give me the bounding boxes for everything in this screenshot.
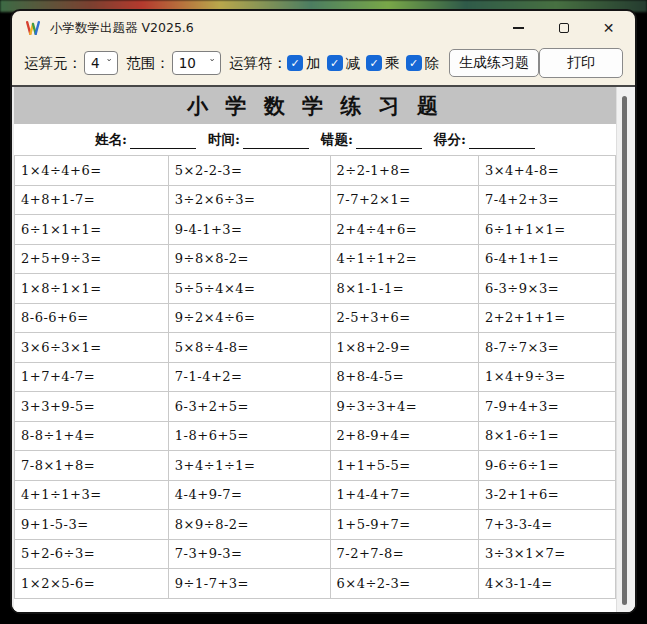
problem-cell: 4÷1÷1+2= (330, 244, 478, 274)
problem-cell: 1×2×5-6= (15, 569, 169, 599)
problem-cell: 2-5+3+6= (330, 303, 478, 333)
window-title: 小学数学出题器 V2025.6 (50, 20, 194, 37)
problem-cell: 4+8+1-7= (15, 185, 169, 215)
problem-cell: 1+1+5-5= (330, 451, 478, 481)
operators-label: 运算符： (229, 54, 287, 73)
scrollbar-thumb[interactable] (622, 96, 627, 605)
problem-cell: 8×9÷8-2= (168, 510, 330, 540)
titlebar: 小学数学出题器 V2025.6 ✕ (12, 11, 635, 45)
problem-cell: 1×4÷4+6= (15, 156, 169, 186)
problem-cell: 1×8+2-9= (330, 333, 478, 363)
problem-cell: 2+5+9÷3= (15, 244, 169, 274)
problem-cell: 3×6÷3×1= (15, 333, 169, 363)
problem-cell: 1×8÷1×1= (15, 274, 169, 304)
problem-cell: 7-7+2×1= (330, 185, 478, 215)
print-button[interactable]: 打印 (539, 48, 623, 78)
problem-cell: 1+5-9+7= (330, 510, 478, 540)
problem-cell: 9÷8×8-2= (168, 244, 330, 274)
problem-cell: 9÷1-7+3= (168, 569, 330, 599)
problem-cell: 8×1-6÷1= (478, 421, 615, 451)
maximize-icon (559, 23, 569, 33)
generate-button[interactable]: 生成练习题 (449, 49, 539, 77)
blank-line (130, 135, 196, 149)
problem-cell: 4×3-1-4= (478, 569, 615, 599)
minimize-icon (513, 27, 524, 29)
problem-cell: 9+1-5-3= (15, 510, 169, 540)
window-controls: ✕ (496, 13, 631, 43)
problem-cell: 3+3+9-5= (15, 392, 169, 422)
problem-row: 2+5+9÷3=9÷8×8-2=4÷1÷1+2=6-4+1+1= (15, 244, 616, 274)
worksheet-panel: 小 学 数 学 练 习 题 姓名: 时间: 错题: 得分: 1×4÷4+6=5×… (12, 85, 635, 612)
problem-cell: 9÷3÷3+4= (330, 392, 478, 422)
problem-cell: 3-2+1+6= (478, 480, 615, 510)
problem-cell: 7-3+9-3= (168, 539, 330, 569)
problem-cell: 9-4-1+3= (168, 215, 330, 245)
operator-checkbox-multiply[interactable]: ✓ 乘 (366, 54, 400, 73)
problem-cell: 7-2+7-8= (330, 539, 478, 569)
operand-label: 运算元： (24, 54, 82, 73)
close-button[interactable]: ✕ (586, 13, 631, 43)
maximize-button[interactable] (541, 13, 586, 43)
problem-row: 3×6÷3×1=5×8÷4-8=1×8+2-9=8-7÷7×3= (15, 333, 616, 363)
minimize-button[interactable] (496, 13, 541, 43)
range-label: 范围： (126, 54, 170, 73)
problem-cell: 1+4-4+7= (330, 480, 478, 510)
problem-row: 1×8÷1×1=5÷5÷4×4=8×1-1-1=6-3÷9×3= (15, 274, 616, 304)
operator-checkbox-divide[interactable]: ✓ 除 (406, 54, 440, 73)
range-select[interactable]: 10 ˅ (172, 51, 221, 75)
problem-row: 3+3+9-5=6-3+2+5=9÷3÷3+4=7-9+4+3= (15, 392, 616, 422)
problem-row: 8-6-6+6=9÷2×4÷6=2-5+3+6=2+2+1+1= (15, 303, 616, 333)
worksheet-title: 小 学 数 学 练 习 题 (14, 87, 616, 124)
operand-select[interactable]: 4 ˅ (84, 51, 118, 75)
problem-cell: 5×8÷4-8= (168, 333, 330, 363)
problem-row: 5+2-6÷3=7-3+9-3=7-2+7-8=3÷3×1×7= (15, 539, 616, 569)
problem-cell: 1+7+4-7= (15, 362, 169, 392)
problem-cell: 2+4÷4+6= (330, 215, 478, 245)
problem-cell: 5+2-6÷3= (15, 539, 169, 569)
range-value: 10 (179, 55, 196, 71)
operator-subtract-label: 减 (346, 54, 361, 73)
checkbox-checked-icon: ✓ (287, 55, 303, 71)
problem-row: 4+8+1-7=3÷2×6÷3=7-7+2×1=7-4+2+3= (15, 185, 616, 215)
problem-cell: 7-1-4+2= (168, 362, 330, 392)
problem-cell: 8-6-6+6= (15, 303, 169, 333)
time-field: 时间: (208, 131, 309, 149)
problem-cell: 6÷1×1+1= (15, 215, 169, 245)
operator-checkbox-subtract[interactable]: ✓ 减 (327, 54, 361, 73)
problem-row: 7-8×1+8=3+4÷1÷1=1+1+5-5=9-6÷6÷1= (15, 451, 616, 481)
problem-cell: 8-8÷1+4= (15, 421, 169, 451)
problem-row: 1×4÷4+6=5×2-2-3=2÷2-1+8=3×4+4-8= (15, 156, 616, 186)
chevron-down-icon: ˅ (209, 58, 215, 68)
operand-value: 4 (91, 55, 100, 71)
worksheet-header-fields: 姓名: 时间: 错题: 得分: (14, 124, 616, 155)
problem-cell: 6×4÷2-3= (330, 569, 478, 599)
problem-cell: 6-3+2+5= (168, 392, 330, 422)
problem-cell: 3÷3×1×7= (478, 539, 615, 569)
problem-cell: 7+3-3-4= (478, 510, 615, 540)
operator-checkbox-add[interactable]: ✓ 加 (287, 54, 321, 73)
problems-table-body: 1×4÷4+6=5×2-2-3=2÷2-1+8=3×4+4-8=4+8+1-7=… (15, 156, 616, 599)
chevron-down-icon: ˅ (106, 58, 112, 68)
problem-cell: 1×4+9÷3= (478, 362, 615, 392)
blank-line (356, 135, 422, 149)
problem-cell: 8×1-1-1= (330, 274, 478, 304)
problem-row: 6÷1×1+1=9-4-1+3=2+4÷4+6=6÷1+1×1= (15, 215, 616, 245)
blank-line (243, 135, 309, 149)
problems-table: 1×4÷4+6=5×2-2-3=2÷2-1+8=3×4+4-8=4+8+1-7=… (14, 155, 616, 599)
problem-row: 4+1÷1+3=4-4+9-7=1+4-4+7=3-2+1+6= (15, 480, 616, 510)
name-field: 姓名: (95, 131, 196, 149)
checkbox-checked-icon: ✓ (366, 55, 382, 71)
problem-cell: 7-4+2+3= (478, 185, 615, 215)
problem-cell: 3÷2×6÷3= (168, 185, 330, 215)
problem-row: 8-8÷1+4=1-8+6+5=2+8-9+4=8×1-6÷1= (15, 421, 616, 451)
checkbox-checked-icon: ✓ (406, 55, 422, 71)
problem-cell: 4-4+9-7= (168, 480, 330, 510)
mistakes-field: 错题: (321, 131, 422, 149)
problem-cell: 2÷2-1+8= (330, 156, 478, 186)
problem-cell: 6-4+1+1= (478, 244, 615, 274)
operator-divide-label: 除 (425, 54, 440, 73)
problem-cell: 8+8-4-5= (330, 362, 478, 392)
app-logo-icon (24, 19, 42, 37)
problem-cell: 9-6÷6÷1= (478, 451, 615, 481)
scrollbar-track[interactable] (616, 87, 635, 612)
